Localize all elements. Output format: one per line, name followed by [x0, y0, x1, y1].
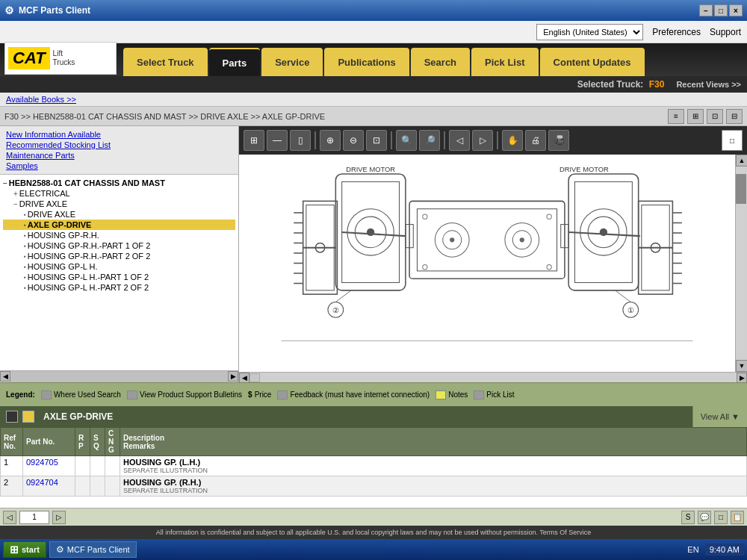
- language-selector[interactable]: English (United States): [536, 24, 643, 40]
- tree-item-axle-gp-drive[interactable]: ▪ AXLE GP-DRIVE: [3, 220, 235, 230]
- maintenance-parts-link[interactable]: Maintenance Parts: [6, 150, 232, 161]
- selected-truck-label: Selected Truck: F30: [577, 79, 665, 90]
- tree-root[interactable]: − HEBN2588-01 CAT CHASSIS AND MAST: [3, 178, 235, 188]
- view-mode-btn[interactable]: □: [722, 130, 743, 151]
- support-link[interactable]: Support: [710, 27, 741, 37]
- tab-search[interactable]: Search: [411, 48, 470, 76]
- left-scroll-right[interactable]: ▶: [228, 371, 238, 382]
- zoom-in-btn[interactable]: ⊕: [320, 130, 341, 151]
- titlebar: ⚙ MCF Parts Client − □ ×: [0, 0, 747, 21]
- tab-select-truck[interactable]: Select Truck: [123, 48, 208, 76]
- taskbar-mcf-item[interactable]: ⚙ MCF Parts Client: [49, 541, 137, 558]
- zoom-out-btn[interactable]: ⊖: [343, 130, 364, 151]
- parts-next-btn[interactable]: ▷: [52, 511, 66, 524]
- col-part: Part No.: [23, 428, 75, 456]
- stocking-list-link[interactable]: Recommended Stocking List: [6, 140, 232, 150]
- tree-item-housing-lh[interactable]: ▪ HOUSING GP-L H.: [3, 261, 235, 272]
- taskbar-lang: EN: [687, 545, 698, 554]
- tree-item-housing-lh-p1[interactable]: ▪ HOUSING GP-L H.-PART 1 OF 2: [3, 272, 235, 282]
- parts-page-input[interactable]: [19, 511, 49, 524]
- parts-table-container: RefNo. Part No. RP SQ CNG DescriptionRem…: [0, 427, 747, 508]
- print-btn[interactable]: 🖨: [525, 130, 546, 151]
- legend-where-used: Where Used Search: [41, 391, 121, 399]
- left-scroll-left[interactable]: ◀: [0, 371, 10, 382]
- diagram-svg: DRIVE MOTOR DRIVE MOTOR: [239, 155, 735, 372]
- color-yellow-btn[interactable]: [22, 411, 34, 423]
- legend-where-used-icon: [41, 391, 52, 399]
- tab-content-updates[interactable]: Content Updates: [540, 48, 645, 76]
- left-scroll-x: ◀ ▶: [0, 370, 238, 382]
- hscroll-thumb[interactable]: [249, 373, 260, 382]
- toolbar-sep-2: [391, 131, 392, 149]
- parts-picklist-btn[interactable]: 📋: [731, 511, 744, 524]
- left-gear-center: [450, 237, 454, 242]
- breadcrumb-icon-2[interactable]: ⊞: [687, 109, 704, 124]
- table-row: 1 0924705 HOUSING GP. (L.H.) SEPARATE IL…: [1, 456, 747, 476]
- tab-service[interactable]: Service: [261, 48, 323, 76]
- parts-comment-btn[interactable]: 💬: [698, 511, 711, 524]
- toolbar-sep-4: [497, 131, 498, 149]
- toolbar-sep-3: [444, 131, 445, 149]
- tree-item-housing-rh-p2[interactable]: ▪ HOUSING GP-R.H.-PART 2 OF 2: [3, 251, 235, 261]
- view-split-btn[interactable]: ▯: [290, 130, 311, 151]
- parts-note-btn[interactable]: □: [714, 511, 728, 524]
- breadcrumb-icon-4[interactable]: ⊟: [726, 109, 743, 124]
- close-button[interactable]: ×: [729, 4, 743, 16]
- diagram-toolbar: ⊞ ― ▯ ⊕ ⊖ ⊡ 🔍 🔎 ◁ ▷ ✋ 🖨 📠 □: [239, 126, 747, 155]
- left-motor-shaft: [367, 228, 374, 236]
- next-btn[interactable]: ▷: [472, 130, 493, 151]
- breadcrumb-icon-1[interactable]: ≡: [668, 109, 684, 124]
- part-ref-1: 1: [1, 456, 23, 476]
- samples-link[interactable]: Samples: [6, 161, 232, 171]
- diagram-hscroll: ◀ ▶: [239, 372, 747, 382]
- zoom-area-btn[interactable]: 🔎: [419, 130, 440, 151]
- view-all-button[interactable]: View All ▼: [692, 406, 747, 427]
- parts-prev-btn[interactable]: ◁: [3, 511, 16, 524]
- pan-btn[interactable]: ✋: [502, 130, 523, 151]
- scroll-up-btn[interactable]: ▲: [736, 155, 747, 167]
- parts-save-btn[interactable]: S: [681, 511, 695, 524]
- table-row: 2 0924704 HOUSING GP. (R.H.) SEPARATE IL…: [1, 476, 747, 497]
- tab-pick-list[interactable]: Pick List: [471, 48, 538, 76]
- start-button[interactable]: ⊞ start: [3, 541, 46, 558]
- legend-feedback-icon: [277, 391, 288, 399]
- tree-item-electrical[interactable]: + ELECTRICAL: [3, 188, 235, 199]
- recent-views-link[interactable]: Recent Views >>: [676, 80, 741, 89]
- left-panel: New Information Available Recommended St…: [0, 126, 239, 382]
- hscroll-left-btn[interactable]: ◀: [239, 373, 249, 383]
- part-no-1[interactable]: 0924705: [23, 456, 75, 476]
- minimize-button[interactable]: −: [699, 4, 713, 16]
- part-no-2[interactable]: 0924704: [23, 476, 75, 497]
- available-books-link[interactable]: Available Books >>: [0, 93, 747, 107]
- breadcrumb-icon-3[interactable]: ⊡: [707, 109, 723, 124]
- nav-area: CAT LiftTrucks Select Truck Parts Servic…: [0, 43, 747, 76]
- right-scrollbar: ▲ ▼: [735, 155, 747, 372]
- tree-item-drive-axle[interactable]: ▪ DRIVE AXLE: [3, 209, 235, 220]
- maximize-button[interactable]: □: [714, 4, 728, 16]
- view-fit-btn[interactable]: ⊞: [244, 130, 264, 151]
- part-desc-2: HOUSING GP. (R.H.) SEPARATE ILLUSTRATION: [120, 476, 747, 497]
- prev-btn[interactable]: ◁: [449, 130, 470, 151]
- color-black-btn[interactable]: [6, 411, 18, 423]
- export-btn[interactable]: 📠: [548, 130, 569, 151]
- tree-item-drive-axle-folder[interactable]: − DRIVE AXLE: [3, 199, 235, 209]
- tab-parts[interactable]: Parts: [209, 48, 261, 76]
- thumbnail-btn[interactable]: 🔍: [396, 130, 417, 151]
- zoom-fit-btn[interactable]: ⊡: [366, 130, 387, 151]
- breadcrumb-icons: ≡ ⊞ ⊡ ⊟: [668, 109, 743, 124]
- scroll-down-btn[interactable]: ▼: [736, 360, 747, 372]
- tab-publications[interactable]: Publications: [324, 48, 409, 76]
- hscroll-right-btn[interactable]: ▶: [737, 373, 747, 383]
- view-horiz-btn[interactable]: ―: [267, 130, 288, 151]
- new-info-link[interactable]: New Information Available: [6, 129, 232, 140]
- tree-item-housing-rh-p1[interactable]: ▪ HOUSING GP-R.H.-PART 1 OF 2: [3, 240, 235, 251]
- scroll-thumb[interactable]: [736, 174, 746, 204]
- app-title: MCF Parts Client: [19, 5, 90, 16]
- preferences-link[interactable]: Preferences: [652, 27, 701, 37]
- legend-notes: Notes: [436, 391, 468, 399]
- parts-title: AXLE GP-DRIVE: [43, 411, 113, 422]
- parts-section: AXLE GP-DRIVE View All ▼ RefNo. Part No.…: [0, 406, 747, 526]
- tree-item-housing-rh[interactable]: ▪ HOUSING GP-R.H.: [3, 230, 235, 240]
- callout-2-line: [335, 290, 351, 302]
- tree-item-housing-lh-p2[interactable]: ▪ HOUSING GP-L H.-PART 2 OF 2: [3, 282, 235, 293]
